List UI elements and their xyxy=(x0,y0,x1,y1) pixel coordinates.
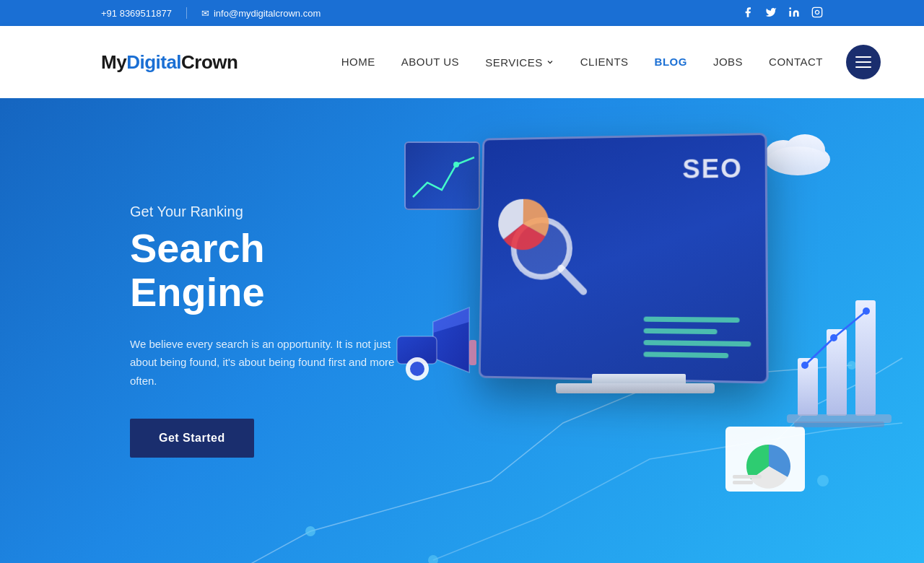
nav-item-services[interactable]: SERVICES xyxy=(485,56,554,69)
nav-item-home[interactable]: HOME xyxy=(341,56,375,69)
phone-text: +91 8369511877 xyxy=(101,8,172,19)
chart-panel-svg xyxy=(406,143,480,210)
hamburger-line-3 xyxy=(855,66,871,68)
svg-rect-26 xyxy=(733,481,753,484)
svg-point-33 xyxy=(830,334,837,341)
nav-item-about[interactable]: ABOUT US xyxy=(401,56,459,69)
hamburger-line-2 xyxy=(855,61,871,63)
nav-item-blog[interactable]: BLOG xyxy=(655,56,687,69)
hero-section: Get Your Ranking Search Engine We believ… xyxy=(0,98,924,563)
logo[interactable]: MyDigitalCrown xyxy=(101,51,237,74)
pie-chart-bottom xyxy=(722,423,808,498)
hero-title: Search Engine xyxy=(130,226,404,315)
hamburger-line-1 xyxy=(855,56,871,58)
svg-rect-23 xyxy=(469,340,476,365)
linkedin-icon[interactable] xyxy=(788,6,800,20)
nav-link-services[interactable]: SERVICES xyxy=(485,56,554,69)
instagram-icon[interactable] xyxy=(811,6,823,20)
nav-item-contact[interactable]: CONTACT xyxy=(769,56,823,69)
social-links xyxy=(742,6,823,20)
email-container: ✉ info@mydigitalcrown.com xyxy=(201,8,321,19)
nav-link-blog[interactable]: BLOG xyxy=(655,56,687,68)
hamburger-button[interactable] xyxy=(846,45,881,79)
nav-link-home[interactable]: HOME xyxy=(341,56,375,68)
seo-line-3 xyxy=(644,340,751,346)
nav-link-jobs[interactable]: JOBS xyxy=(713,56,743,68)
topbar-divider xyxy=(186,7,187,19)
nav-item-clients[interactable]: CLIENTS xyxy=(580,56,629,69)
chart-panel xyxy=(404,141,480,210)
svg-point-34 xyxy=(863,307,870,315)
get-started-button[interactable]: Get Started xyxy=(130,419,254,458)
seo-line-2 xyxy=(644,328,718,334)
facebook-icon[interactable] xyxy=(742,6,754,20)
nav-link-about[interactable]: ABOUT US xyxy=(401,56,459,68)
hero-content: Get Your Ranking Search Engine We believ… xyxy=(0,204,404,458)
hero-subtitle: Get Your Ranking xyxy=(130,204,404,220)
nav-link-clients[interactable]: CLIENTS xyxy=(580,56,629,68)
email-icon: ✉ xyxy=(201,8,209,19)
svg-point-32 xyxy=(801,362,808,369)
screen-base xyxy=(556,383,715,393)
email-text: info@mydigitalcrown.com xyxy=(214,8,321,19)
svg-point-21 xyxy=(410,362,424,376)
navbar: MyDigitalCrown HOME ABOUT US SERVICES CL… xyxy=(0,26,924,98)
seo-line-1 xyxy=(644,317,740,323)
cloud-icon xyxy=(758,127,837,184)
bar-chart-right xyxy=(787,286,902,433)
seo-screen-lines xyxy=(643,317,751,359)
svg-rect-25 xyxy=(733,475,762,479)
seo-text: SEO xyxy=(682,154,743,185)
topbar: +91 8369511877 ✉ info@mydigitalcrown.com xyxy=(0,0,924,26)
nav-links: HOME ABOUT US SERVICES CLIENTS BLOG JOBS… xyxy=(341,56,823,69)
svg-rect-1 xyxy=(812,7,821,17)
nav-item-jobs[interactable]: JOBS xyxy=(713,56,743,69)
pie-chart-on-screen xyxy=(495,196,552,256)
svg-rect-31 xyxy=(794,422,884,427)
svg-point-11 xyxy=(453,162,459,167)
hero-description: We believe every search is an opportunit… xyxy=(130,335,404,390)
nav-link-contact[interactable]: CONTACT xyxy=(769,56,823,68)
svg-line-17 xyxy=(561,269,584,292)
seo-screen: SEO xyxy=(479,133,769,384)
svg-point-4 xyxy=(305,526,315,536)
hero-illustration: SEO xyxy=(390,120,881,563)
seo-line-4 xyxy=(643,352,728,358)
twitter-icon[interactable] xyxy=(765,6,777,20)
svg-point-0 xyxy=(789,7,791,9)
svg-point-15 xyxy=(767,147,828,173)
